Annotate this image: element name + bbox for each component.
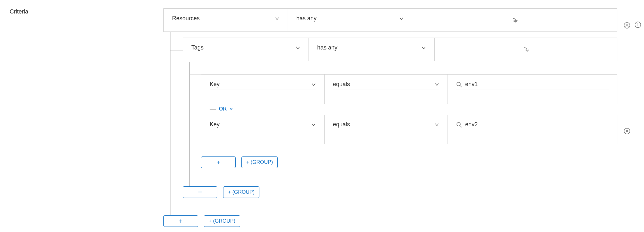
svg-line-7 (460, 85, 462, 87)
search-icon (456, 82, 462, 87)
subject-value: Tags (191, 44, 293, 51)
add-group-button[interactable]: + (GROUP) (204, 215, 240, 227)
value-text: env2 (465, 121, 609, 128)
add-condition-button[interactable]: + (183, 186, 217, 198)
chevron-down-icon (435, 82, 439, 87)
svg-point-8 (457, 122, 460, 126)
subject-value: Resources (172, 15, 272, 22)
group-label: + (GROUP) (228, 189, 255, 195)
chevron-down-icon (311, 122, 316, 127)
chevron-down-icon (422, 46, 426, 50)
value-input[interactable]: env2 (456, 121, 609, 130)
connector-line (210, 109, 216, 110)
remove-row-button[interactable] (623, 127, 631, 135)
subject-select[interactable]: Key (210, 121, 316, 130)
close-circle-icon (623, 22, 631, 29)
search-icon (456, 122, 462, 128)
svg-line-9 (460, 126, 462, 127)
continue-indicator (412, 9, 617, 31)
arrow-down-right-icon (521, 46, 530, 55)
connector-line (189, 62, 190, 193)
continue-indicator (435, 38, 617, 61)
section-label: Criteria (10, 8, 28, 15)
group-label: + (GROUP) (246, 159, 273, 165)
connector-line (170, 32, 170, 222)
value-input[interactable]: env1 (456, 81, 609, 90)
chevron-down-icon (296, 46, 300, 50)
close-circle-icon (623, 128, 631, 135)
add-group-button[interactable]: + (GROUP) (241, 156, 278, 168)
operator-value: has any (317, 44, 419, 51)
plus-label: + (179, 218, 183, 225)
subject-value: Key (210, 81, 309, 88)
criteria-row-level2b: Key equals env2 (201, 115, 617, 144)
value-text: env1 (465, 81, 609, 88)
operator-select[interactable]: equals (333, 121, 439, 130)
chevron-down-icon (399, 16, 404, 21)
plus-label: + (216, 159, 220, 166)
criteria-row-level0: Resources has any (163, 8, 617, 32)
connector-line (189, 75, 201, 75)
chevron-down-icon (275, 16, 279, 21)
logic-operator-label: OR (219, 106, 227, 112)
add-condition-button[interactable]: + (163, 215, 198, 227)
subject-select[interactable]: Key (210, 81, 316, 90)
operator-select[interactable]: has any (296, 15, 404, 24)
chevron-down-icon (435, 122, 439, 127)
operator-value: equals (333, 81, 432, 88)
arrow-down-right-icon (510, 16, 519, 25)
subject-value: Key (210, 121, 309, 128)
subject-select[interactable]: Tags (191, 44, 300, 53)
plus-label: + (198, 189, 202, 196)
add-condition-button[interactable]: + (201, 156, 236, 168)
criteria-builder: Criteria Resources has any (0, 0, 644, 232)
chevron-down-icon (311, 82, 316, 87)
svg-point-6 (457, 82, 460, 86)
operator-value: has any (296, 15, 396, 22)
svg-point-4 (638, 23, 638, 23)
operator-select[interactable]: equals (333, 81, 439, 90)
chevron-down-icon (229, 107, 233, 111)
operator-value: equals (333, 121, 432, 128)
remove-row-button[interactable] (623, 21, 631, 30)
group-label: + (GROUP) (209, 218, 235, 224)
logic-operator-select[interactable]: OR (217, 106, 235, 112)
connector-line (170, 50, 183, 50)
criteria-info-button[interactable] (634, 21, 643, 30)
subject-select[interactable]: Resources (172, 15, 279, 24)
operator-select[interactable]: has any (317, 44, 426, 53)
criteria-row-level2a: Key equals env1 (201, 74, 617, 104)
add-group-button[interactable]: + (GROUP) (223, 186, 259, 198)
criteria-row-level1: Tags has any (183, 38, 617, 61)
